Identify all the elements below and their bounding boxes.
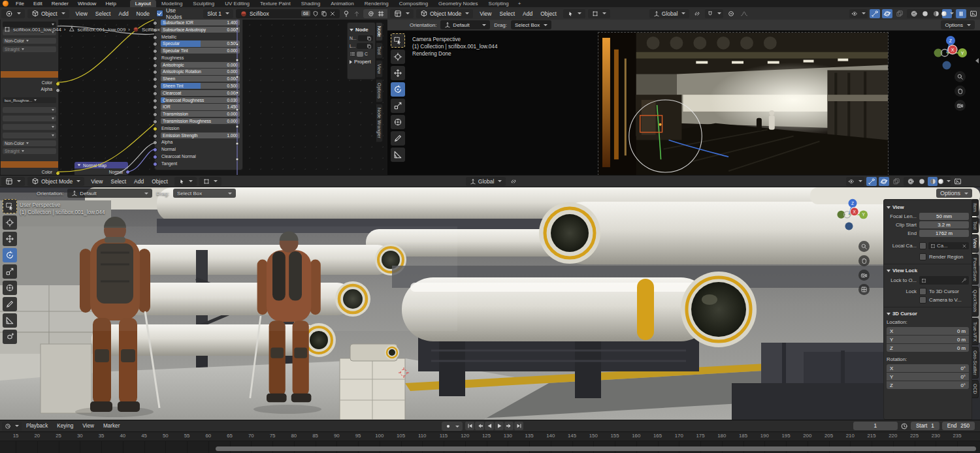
workspace-tab-uv-editing[interactable]: UV Editing	[220, 0, 255, 7]
unlink-close-icon[interactable]	[329, 10, 336, 17]
viewport-menu-select[interactable]: Select	[495, 10, 519, 17]
sidebar-tab-powersave[interactable]: PowerSave	[972, 254, 979, 285]
menu-file[interactable]: File	[11, 1, 29, 7]
timeline-menu-keying[interactable]: Keying	[52, 423, 78, 429]
shader-type-dropdown[interactable]: Object	[27, 9, 69, 18]
field-clip-start[interactable]: 3.2 m	[919, 221, 969, 228]
timeline-canvas[interactable]	[0, 441, 980, 453]
sidebar-tab-tool[interactable]: Tool	[972, 217, 979, 234]
gizmo-mode-dropdown[interactable]	[588, 9, 610, 18]
timeline-menu-view[interactable]: View	[78, 423, 99, 429]
gizmo-mode-dropdown[interactable]	[199, 177, 221, 186]
cursor-location-x[interactable]: X0 m	[887, 327, 969, 335]
pan-button[interactable]	[858, 255, 870, 266]
tool-select-box-button[interactable]	[3, 199, 17, 213]
viewport-menu-object[interactable]: Object	[536, 10, 561, 17]
duplicate-icon[interactable]	[321, 10, 327, 17]
options-dropdown[interactable]: Options	[941, 20, 975, 29]
editor-type-dropdown[interactable]	[1, 9, 25, 18]
breadcrumb-mesh[interactable]: scifibox.001_low.009	[78, 27, 126, 33]
lock-to-3d-cursor-checkbox[interactable]	[919, 288, 926, 295]
viewport-main-canvas[interactable]: Orientation: Default Drag: Select Box Op…	[0, 187, 980, 420]
tool-cursor-tool-button[interactable]	[391, 50, 405, 64]
workspace-tab-modeling[interactable]: Modeling	[156, 0, 188, 7]
shading-wireframe-button[interactable]	[909, 9, 919, 18]
show-gizmo-toggle[interactable]	[870, 9, 880, 18]
show-object-types-dropdown[interactable]	[849, 9, 868, 18]
pause-render-button[interactable]	[956, 9, 966, 18]
zoom-button[interactable]	[858, 241, 870, 252]
workspace-tab-texture-paint[interactable]: Texture Paint	[255, 0, 296, 7]
editor-type-dropdown[interactable]	[1, 177, 25, 186]
workspace-tab-sculpting[interactable]: Sculpting	[188, 0, 220, 7]
node-label-field[interactable]	[357, 43, 373, 49]
orientation-dropdown[interactable]: Default	[67, 189, 152, 198]
menu-help[interactable]: Help	[101, 1, 120, 7]
auto-keying-button[interactable]	[442, 422, 463, 431]
tool-scale-button[interactable]	[391, 99, 405, 113]
sidebar-tab-view[interactable]: View	[376, 60, 383, 78]
sidebar-tab-node-wrangler[interactable]: Node Wrangler	[376, 104, 383, 142]
workspace-tab-scripting[interactable]: Scripting	[483, 0, 514, 7]
play-reverse-button[interactable]	[485, 422, 494, 430]
render-image-button[interactable]	[953, 177, 963, 186]
tool-rotate-button[interactable]	[3, 248, 17, 262]
snap-target-icon[interactable]	[508, 177, 519, 186]
pan-button[interactable]	[955, 86, 966, 97]
workspace-tab-animation[interactable]: Animation	[325, 0, 359, 7]
breadcrumb-material[interactable]: Scifibox	[142, 27, 160, 33]
sidebar-tab-node[interactable]: Node	[376, 22, 383, 41]
pin-icon[interactable]	[342, 10, 350, 18]
shader-node-editor[interactable]: scifibox.001_low.044 › scifibox.001_low.…	[0, 20, 387, 175]
shading-rendered-button[interactable]	[939, 177, 949, 186]
current-frame-field[interactable]: 1	[853, 422, 898, 430]
navigation-gizmo[interactable]: Z Y X	[837, 196, 868, 232]
transform-orientation-dropdown[interactable]: Global	[466, 177, 506, 186]
timeline-menu-playback[interactable]: Playback	[22, 423, 52, 429]
camera-viewport-canvas[interactable]: Camera Perspective (1) Collection | scif…	[387, 31, 980, 175]
local-camera-field[interactable]: Ca...	[928, 242, 969, 249]
snap-dropdown[interactable]	[705, 9, 723, 18]
jump-to-end-button[interactable]	[514, 422, 523, 430]
3d-cursor-section-header[interactable]: 3D Cursor	[887, 311, 969, 317]
viewport-menu-view[interactable]: View	[87, 178, 106, 185]
shading-material-button[interactable]	[931, 9, 941, 18]
start-frame-field[interactable]: Start1	[911, 422, 939, 430]
timeline-menu-marker[interactable]: Marker	[99, 423, 124, 429]
use-nodes-checkbox[interactable]	[156, 10, 163, 17]
jump-to-start-button[interactable]	[465, 422, 474, 430]
xray-toggle[interactable]	[894, 9, 905, 18]
cursor-location-y[interactable]: Y0 m	[887, 336, 969, 343]
menu-window[interactable]: Window	[73, 1, 101, 7]
tool-move-button[interactable]	[3, 232, 17, 246]
field-focal-len-[interactable]: 50 mm	[919, 213, 969, 220]
camera-view-button[interactable]	[955, 100, 966, 111]
tool-annotate-button[interactable]	[3, 297, 17, 311]
menu-edit[interactable]: Edit	[29, 1, 47, 7]
list-icon[interactable]	[350, 51, 355, 57]
tool-cursor-tool-button[interactable]	[3, 215, 17, 230]
menu-render[interactable]: Render	[47, 1, 73, 7]
sidebar-tab-quicktools[interactable]: QuickTools	[972, 286, 979, 316]
render-region-checkbox[interactable]	[919, 253, 926, 260]
viewport-camera[interactable]: Orientation: Default Drag: Select Box Op…	[387, 20, 980, 175]
transform-orientation-dropdown[interactable]: Global	[649, 9, 690, 18]
show-overlays-toggle[interactable]	[879, 177, 889, 186]
sidebar-tab-view[interactable]: View	[972, 234, 979, 252]
material-slot-dropdown[interactable]: Slot 1	[203, 9, 233, 18]
viewport-menu-view[interactable]: View	[476, 10, 495, 17]
sidebar-tab-tool[interactable]: Tool	[376, 42, 383, 59]
workspace-tab-compositing[interactable]: Compositing	[394, 0, 433, 7]
camera-to-view-checkbox[interactable]	[919, 296, 926, 304]
view-lock-section-header[interactable]: View Lock	[887, 268, 969, 273]
node-panel-header[interactable]: Node	[350, 27, 373, 33]
zoom-button[interactable]	[955, 71, 966, 82]
navigation-gizmo[interactable]: Z Y X	[934, 33, 968, 71]
cursor-rotation-z[interactable]: Z0°	[887, 381, 969, 389]
workspace-tab-rendering[interactable]: Rendering	[359, 0, 394, 7]
material-datablock[interactable]: Scifibox 68	[236, 9, 340, 18]
sidebar-tab-item[interactable]: Item	[972, 199, 979, 216]
add-workspace-button[interactable]: +	[514, 1, 525, 7]
viewport-menu-object[interactable]: Object	[148, 178, 172, 185]
prev-keyframe-button[interactable]	[475, 422, 484, 430]
